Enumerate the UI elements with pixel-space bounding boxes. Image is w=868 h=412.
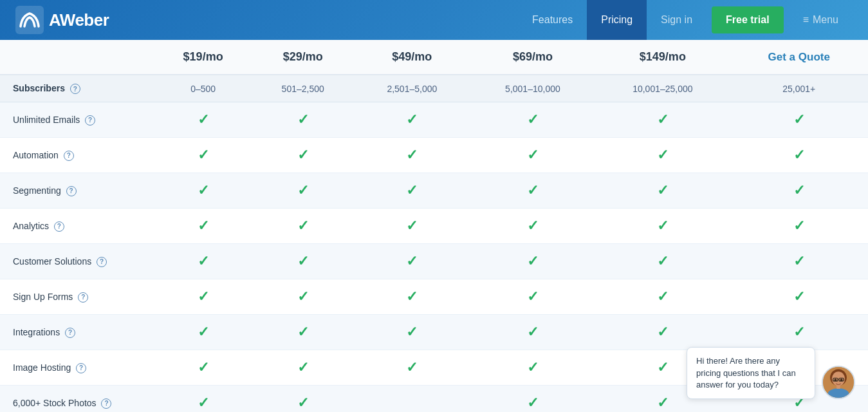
svg-rect-10 <box>836 385 840 389</box>
check-icon: ✓ <box>406 182 418 198</box>
feature-column-header <box>0 40 154 75</box>
svg-point-7 <box>835 379 837 381</box>
help-icon[interactable]: ? <box>101 398 111 409</box>
subscribers-row: Subscribers ? 0–500 501–2,500 2,501–5,00… <box>0 75 868 102</box>
check-icon: ✓ <box>297 147 309 163</box>
nav-features[interactable]: Features <box>518 0 587 40</box>
plan-quote[interactable]: Get a Quote <box>730 40 868 75</box>
feature-label: Customer Solutions ? <box>0 244 154 279</box>
check-icon: ✓ <box>297 359 309 375</box>
svg-point-3 <box>832 371 845 386</box>
check-icon: ✓ <box>793 253 805 269</box>
svg-rect-0 <box>15 6 44 34</box>
help-icon[interactable]: ? <box>66 186 77 196</box>
check-icon: ✓ <box>657 253 669 269</box>
check-icon: ✓ <box>793 218 805 234</box>
navigation: AWeber Features Pricing Sign in Free tri… <box>0 0 868 40</box>
plan-29: $29/mo <box>252 40 354 75</box>
check-icon: ✓ <box>406 218 418 234</box>
check-icon: ✓ <box>657 359 669 375</box>
check-icon: ✓ <box>406 253 418 269</box>
plan-149: $149/mo <box>595 40 730 75</box>
check-icon: ✓ <box>793 147 805 163</box>
check-icon: ✓ <box>527 218 539 234</box>
check-icon: ✓ <box>527 182 539 198</box>
check-icon: ✓ <box>657 288 669 304</box>
feature-label: Integrations ? <box>0 315 154 350</box>
help-icon[interactable]: ? <box>76 363 86 373</box>
check-icon: ✓ <box>793 288 805 304</box>
check-icon: ✓ <box>657 324 669 340</box>
help-icon[interactable]: ? <box>85 115 95 126</box>
nav-links: Features Pricing Sign in Free trial ≡ Me… <box>518 0 853 40</box>
feature-label: Sign Up Forms ? <box>0 279 154 315</box>
help-icon[interactable]: ? <box>97 257 107 267</box>
check-icon: ✓ <box>527 111 539 127</box>
plan-69: $69/mo <box>470 40 596 75</box>
chat-widget: Hi there! Are there any pricing question… <box>687 347 855 399</box>
chat-avatar[interactable] <box>822 366 855 399</box>
check-icon: ✓ <box>527 288 539 304</box>
check-icon: ✓ <box>297 324 309 340</box>
feature-label: Image Hosting ? <box>0 350 154 386</box>
help-icon[interactable]: ? <box>54 221 64 232</box>
check-icon: ✓ <box>793 111 805 127</box>
menu-label: Menu <box>813 14 838 26</box>
nav-signin[interactable]: Sign in <box>647 0 706 40</box>
check-icon: ✓ <box>297 218 309 234</box>
hamburger-icon: ≡ <box>803 14 809 26</box>
check-icon: ✓ <box>657 395 669 411</box>
feature-analytics: Analytics ? ✓ ✓ ✓ ✓ ✓ ✓ <box>0 209 868 244</box>
check-icon: ✓ <box>527 253 539 269</box>
help-icon[interactable]: ? <box>65 328 75 338</box>
check-icon: ✓ <box>406 111 418 127</box>
check-icon: ✓ <box>297 111 309 127</box>
plan-19: $19/mo <box>154 40 252 75</box>
check-icon: ✓ <box>198 395 209 411</box>
help-icon[interactable]: ? <box>64 151 74 161</box>
feature-customer-solutions: Customer Solutions ? ✓ ✓ ✓ ✓ ✓ ✓ <box>0 244 868 279</box>
subscribers-help-icon[interactable]: ? <box>70 84 80 94</box>
subscribers-label: Subscribers ? <box>0 75 154 102</box>
sub-range-0: 0–500 <box>154 75 252 102</box>
check-icon: ✓ <box>198 324 209 340</box>
logo-text: AWeber <box>49 10 109 30</box>
svg-point-8 <box>840 379 843 381</box>
nav-free-trial[interactable]: Free trial <box>712 6 784 33</box>
avatar-image <box>823 366 854 398</box>
feature-integrations: Integrations ? ✓ ✓ ✓ ✓ ✓ ✓ <box>0 315 868 350</box>
nav-menu[interactable]: ≡ Menu <box>789 0 853 40</box>
feature-automation: Automation ? ✓ ✓ ✓ ✓ ✓ ✓ <box>0 138 868 173</box>
feature-segmenting: Segmenting ? ✓ ✓ ✓ ✓ ✓ ✓ <box>0 173 868 209</box>
check-icon: ✓ <box>793 182 805 198</box>
help-icon[interactable]: ? <box>78 292 88 303</box>
check-icon: ✓ <box>657 218 669 234</box>
chat-bubble: Hi there! Are there any pricing question… <box>687 347 815 399</box>
plan-49: $49/mo <box>354 40 470 75</box>
sub-range-5: 25,001+ <box>730 75 868 102</box>
nav-pricing[interactable]: Pricing <box>587 0 647 40</box>
check-icon: ✓ <box>406 147 418 163</box>
feature-unlimited-emails: Unlimited Emails ? ✓ ✓ ✓ ✓ ✓ ✓ <box>0 102 868 138</box>
feature-label: Analytics ? <box>0 209 154 244</box>
check-icon: ✓ <box>406 288 418 304</box>
check-icon: ✓ <box>527 147 539 163</box>
check-icon: ✓ <box>406 359 418 375</box>
check-icon: ✓ <box>198 359 209 375</box>
check-icon: ✓ <box>527 324 539 340</box>
check-icon: ✓ <box>527 359 539 375</box>
check-icon: ✓ <box>793 324 805 340</box>
feature-signup-forms: Sign Up Forms ? ✓ ✓ ✓ ✓ ✓ ✓ <box>0 279 868 315</box>
check-icon: ✓ <box>297 288 309 304</box>
check-icon: ✓ <box>198 111 209 127</box>
sub-range-3: 5,001–10,000 <box>470 75 596 102</box>
check-icon: ✓ <box>297 395 309 411</box>
logo[interactable]: AWeber <box>15 6 109 34</box>
price-header-row: $19/mo $29/mo $49/mo $69/mo $149/mo Get … <box>0 40 868 75</box>
check-icon: ✓ <box>657 111 669 127</box>
check-icon: ✓ <box>297 253 309 269</box>
check-icon: ✓ <box>198 182 209 198</box>
check-icon: ✓ <box>657 182 669 198</box>
feature-label: Unlimited Emails ? <box>0 102 154 138</box>
check-icon: ✓ <box>406 324 418 340</box>
